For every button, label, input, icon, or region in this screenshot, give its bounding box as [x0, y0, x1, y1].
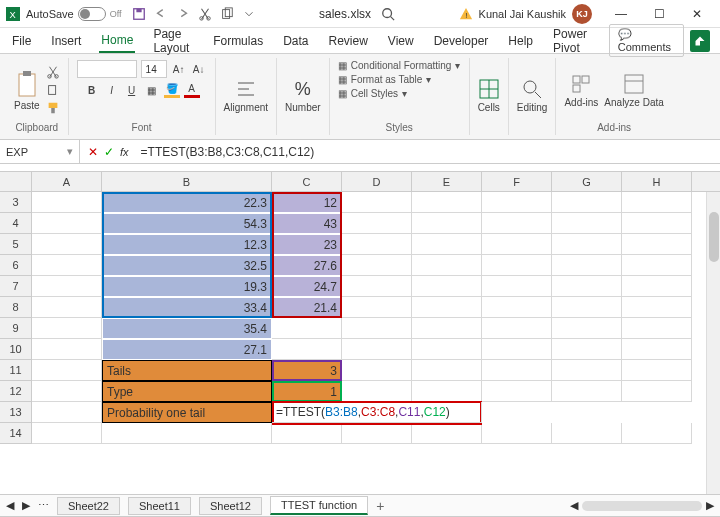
formula-cell[interactable]: =TTEST(B3:B8,C3:C8,C11,C12)	[272, 402, 482, 423]
cell[interactable]	[32, 423, 102, 444]
cell[interactable]	[272, 423, 342, 444]
row-header[interactable]: 13	[0, 402, 32, 423]
cell[interactable]	[482, 360, 552, 381]
cell[interactable]	[32, 402, 102, 423]
row-header[interactable]: 10	[0, 339, 32, 360]
cell[interactable]	[482, 276, 552, 297]
chevron-down-icon[interactable]	[242, 7, 256, 21]
tab-file[interactable]: File	[10, 30, 33, 52]
cells-button[interactable]: Cells	[478, 78, 500, 113]
cell[interactable]	[32, 360, 102, 381]
row-header[interactable]: 9	[0, 318, 32, 339]
cell[interactable]	[552, 360, 622, 381]
comments-button[interactable]: 💬 Comments	[609, 24, 685, 57]
tab-developer[interactable]: Developer	[432, 30, 491, 52]
cell[interactable]	[412, 213, 482, 234]
sheet-tab[interactable]: Sheet12	[199, 497, 262, 515]
tab-insert[interactable]: Insert	[49, 30, 83, 52]
cell[interactable]	[32, 255, 102, 276]
tab-view[interactable]: View	[386, 30, 416, 52]
cell[interactable]: 43	[272, 213, 342, 234]
tab-data[interactable]: Data	[281, 30, 310, 52]
cell[interactable]	[412, 360, 482, 381]
autosave-toggle[interactable]	[78, 7, 106, 21]
formula-input[interactable]: =TTEST(B3:B8,C3:C8,C11,C12)	[137, 145, 720, 159]
cell[interactable]	[482, 234, 552, 255]
cell[interactable]	[412, 339, 482, 360]
cell[interactable]	[342, 192, 412, 213]
cell[interactable]	[622, 255, 692, 276]
cell[interactable]	[622, 423, 692, 444]
cell[interactable]	[32, 192, 102, 213]
sheet-nav-next-icon[interactable]: ▶	[22, 499, 30, 512]
cell[interactable]	[102, 423, 272, 444]
cell[interactable]	[552, 423, 622, 444]
select-all-corner[interactable]	[0, 172, 32, 191]
cell[interactable]	[622, 339, 692, 360]
cell[interactable]	[342, 360, 412, 381]
cell[interactable]: Tails	[102, 360, 272, 381]
col-header[interactable]: G	[552, 172, 622, 191]
cell[interactable]	[622, 234, 692, 255]
cell[interactable]	[552, 276, 622, 297]
cell[interactable]	[622, 213, 692, 234]
tab-power-pivot[interactable]: Power Pivot	[551, 23, 593, 59]
cell[interactable]	[342, 213, 412, 234]
cell[interactable]	[622, 318, 692, 339]
cell[interactable]: 12.3	[102, 234, 272, 255]
cell[interactable]	[552, 213, 622, 234]
cell[interactable]	[482, 423, 552, 444]
row-header[interactable]: 14	[0, 423, 32, 444]
cell[interactable]: 12	[272, 192, 342, 213]
fill-color-button[interactable]: 🪣	[164, 82, 180, 98]
cell[interactable]	[482, 381, 552, 402]
italic-button[interactable]: I	[104, 82, 120, 98]
decrease-font-icon[interactable]: A↓	[191, 61, 207, 77]
cell[interactable]	[342, 255, 412, 276]
user-avatar[interactable]: KJ	[572, 4, 592, 24]
fx-icon[interactable]: fx	[120, 146, 129, 158]
format-painter-icon[interactable]	[46, 101, 60, 115]
bold-button[interactable]: B	[84, 82, 100, 98]
save-icon[interactable]	[132, 7, 146, 21]
cell[interactable]	[412, 234, 482, 255]
cell[interactable]	[412, 423, 482, 444]
number-format-button[interactable]: % Number	[285, 79, 321, 113]
cell-styles-button[interactable]: ▦ Cell Styles ▾	[338, 88, 407, 99]
cell[interactable]	[272, 339, 342, 360]
cell[interactable]	[342, 234, 412, 255]
analyze-data-button[interactable]: Analyze Data	[604, 73, 663, 108]
cell[interactable]: 35.4	[102, 318, 272, 339]
sheet-tab[interactable]: Sheet22	[57, 497, 120, 515]
cell[interactable]	[482, 297, 552, 318]
cell[interactable]	[32, 318, 102, 339]
increase-font-icon[interactable]: A↑	[171, 61, 187, 77]
cell[interactable]: Type	[102, 381, 272, 402]
cell[interactable]: Probability one tail	[102, 402, 272, 423]
cell[interactable]: 22.3	[102, 192, 272, 213]
cell[interactable]	[622, 360, 692, 381]
cell[interactable]	[342, 381, 412, 402]
cell[interactable]	[482, 339, 552, 360]
cell[interactable]	[342, 297, 412, 318]
cell[interactable]	[412, 192, 482, 213]
copy-icon[interactable]	[220, 7, 234, 21]
cell[interactable]	[32, 213, 102, 234]
cell[interactable]	[552, 255, 622, 276]
cell[interactable]	[622, 192, 692, 213]
addins-button[interactable]: Add-ins	[564, 73, 598, 108]
paste-button[interactable]: Paste	[14, 70, 40, 111]
cell[interactable]	[622, 276, 692, 297]
add-sheet-button[interactable]: +	[376, 498, 384, 514]
editing-button[interactable]: Editing	[517, 78, 548, 113]
cell[interactable]: 32.5	[102, 255, 272, 276]
cell[interactable]	[552, 339, 622, 360]
tab-formulas[interactable]: Formulas	[211, 30, 265, 52]
cell[interactable]	[32, 276, 102, 297]
sheet-tab[interactable]: Sheet11	[128, 497, 191, 515]
underline-button[interactable]: U	[124, 82, 140, 98]
cell[interactable]	[412, 381, 482, 402]
cell[interactable]	[552, 381, 622, 402]
cell[interactable]	[412, 318, 482, 339]
cut-icon[interactable]	[198, 7, 212, 21]
